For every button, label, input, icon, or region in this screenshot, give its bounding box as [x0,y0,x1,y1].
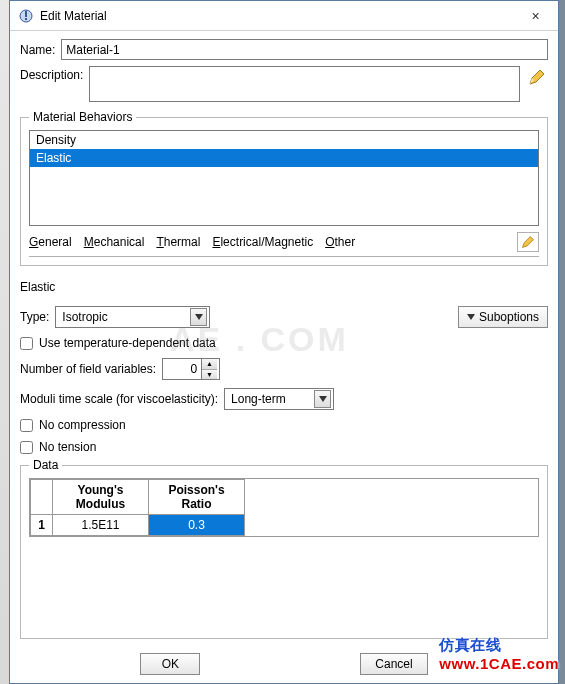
field-vars-label: Number of field variables: [20,362,156,376]
cell-youngs-modulus[interactable]: 1.5E11 [53,515,149,536]
table-row[interactable]: 1 1.5E11 0.3 [31,515,245,536]
menu-general[interactable]: General [29,235,72,249]
menu-thermal[interactable]: Thermal [156,235,200,249]
field-vars-spinner[interactable]: ▲ ▼ [162,358,220,380]
app-left-strip [0,0,9,684]
spinner-buttons[interactable]: ▲ ▼ [201,359,217,379]
svg-marker-5 [523,237,534,248]
description-label: Description: [20,66,83,82]
type-row: Type: Isotropic Suboptions [20,306,548,328]
chevron-down-icon [190,308,207,326]
behavior-item-density[interactable]: Density [30,131,538,149]
close-icon: × [531,8,539,24]
material-behaviors-group: Material Behaviors Density Elastic Gener… [20,110,548,266]
pencil-icon [528,68,546,86]
use-temp-input[interactable] [20,337,33,350]
behaviors-list[interactable]: Density Elastic [29,130,539,226]
field-vars-row: Number of field variables: ▲ ▼ [20,358,548,380]
col-youngs-modulus[interactable]: Young'sModulus [53,480,149,515]
app-icon [18,8,34,24]
use-temp-label: Use temperature-dependent data [39,336,216,350]
no-compression-input[interactable] [20,419,33,432]
chevron-down-icon [314,390,331,408]
pencil-icon [521,235,535,249]
close-button[interactable]: × [513,1,558,30]
col-poissons-ratio[interactable]: Poisson'sRatio [149,480,245,515]
dialog-body: Name: Description: Material Behaviors De… [10,31,558,683]
name-label: Name: [20,43,55,57]
edit-behaviors-button[interactable] [517,232,539,252]
no-tension-checkbox[interactable]: No tension [20,440,548,454]
menu-electrical[interactable]: Electrical/Magnetic [212,235,313,249]
svg-marker-6 [195,314,203,320]
menu-mechanical[interactable]: Mechanical [84,235,145,249]
suboptions-button[interactable]: Suboptions [458,306,548,328]
cell-poissons-ratio[interactable]: 0.3 [149,515,245,536]
field-vars-input[interactable] [163,359,201,379]
suboptions-label: Suboptions [479,310,539,324]
no-compression-label: No compression [39,418,126,432]
titlebar[interactable]: Edit Material × [10,1,558,31]
moduli-value: Long-term [231,392,308,406]
data-table[interactable]: Young'sModulus Poisson'sRatio 1 1.5E11 0… [30,479,245,536]
name-row: Name: [20,39,548,60]
edit-description-button[interactable] [526,66,548,88]
elastic-heading: Elastic [20,280,548,294]
type-label: Type: [20,310,49,324]
behavior-menubar: General Mechanical Thermal Electrical/Ma… [29,226,539,257]
cancel-button[interactable]: Cancel [360,653,427,675]
use-temp-checkbox[interactable]: Use temperature-dependent data [20,336,548,350]
ok-button[interactable]: OK [140,653,200,675]
triangle-down-icon [467,314,475,320]
data-group: Data Young'sModulus Poisson'sRatio 1 1.5… [20,458,548,639]
name-input[interactable] [61,39,548,60]
table-header-row: Young'sModulus Poisson'sRatio [31,480,245,515]
spinner-down-icon[interactable]: ▼ [202,370,217,380]
edit-material-dialog: Edit Material × Name: Description: Mater… [9,0,559,684]
data-legend: Data [29,458,62,472]
row-index[interactable]: 1 [31,515,53,536]
svg-marker-8 [319,396,327,402]
moduli-row: Moduli time scale (for viscoelasticity):… [20,388,548,410]
type-value: Isotropic [62,310,184,324]
window-title: Edit Material [40,9,513,23]
moduli-select[interactable]: Long-term [224,388,334,410]
description-row: Description: [20,66,548,102]
spinner-up-icon[interactable]: ▲ [202,359,217,370]
type-select[interactable]: Isotropic [55,306,210,328]
moduli-label: Moduli time scale (for viscoelasticity): [20,392,218,406]
corner-cell [31,480,53,515]
behavior-item-elastic[interactable]: Elastic [30,149,538,167]
no-tension-label: No tension [39,440,96,454]
dialog-footer: OK Cancel [20,645,548,679]
menu-other[interactable]: Other [325,235,355,249]
data-table-wrap: Young'sModulus Poisson'sRatio 1 1.5E11 0… [29,478,539,537]
no-tension-input[interactable] [20,441,33,454]
svg-rect-2 [25,18,27,20]
no-compression-checkbox[interactable]: No compression [20,418,548,432]
svg-marker-7 [467,314,475,320]
description-input[interactable] [89,66,520,102]
svg-rect-1 [25,11,27,17]
material-behaviors-legend: Material Behaviors [29,110,136,124]
